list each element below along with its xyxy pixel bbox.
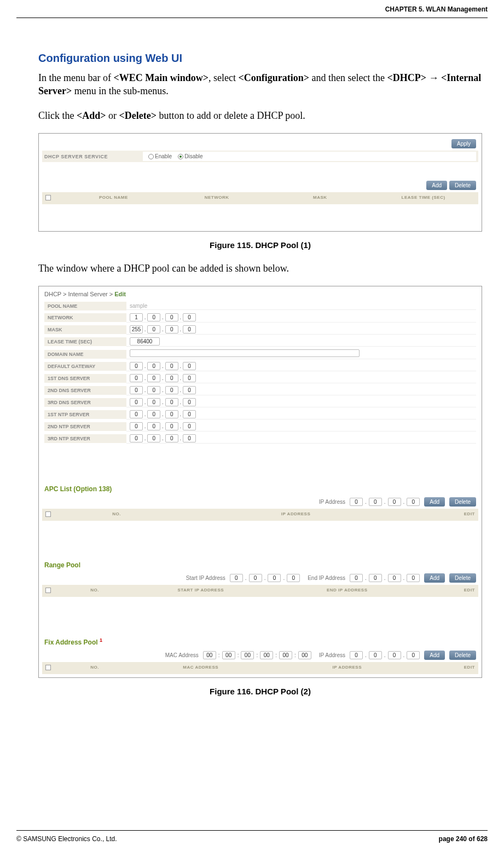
ip-octet[interactable]: 0 — [130, 374, 143, 382]
text-bold: <WEC Main window> — [113, 72, 208, 83]
breadcrumb: DHCP > Internal Server > Edit — [42, 290, 478, 301]
header-rule — [16, 18, 488, 18]
mac-octet[interactable]: 00 — [222, 651, 235, 659]
ip-octet[interactable]: 0 — [407, 651, 420, 659]
ip-octet[interactable]: 0 — [147, 434, 160, 442]
ip-octet[interactable]: 0 — [230, 574, 243, 582]
ip-octet[interactable]: 0 — [369, 574, 382, 582]
dhcp-service-label: DHCP SERVER SERVICE — [44, 154, 143, 159]
range-add-button[interactable]: Add — [424, 573, 445, 583]
ip-octet[interactable]: 0 — [165, 362, 178, 370]
ntp2-label: 2ND NTP SERVER — [44, 422, 126, 431]
ip-octet[interactable]: 0 — [147, 410, 160, 418]
ip-octet[interactable]: 0 — [183, 313, 196, 321]
checkbox-all[interactable] — [45, 511, 51, 517]
fix-delete-button[interactable]: Delete — [449, 651, 476, 660]
ip-octet[interactable]: 0 — [165, 313, 178, 321]
fix-ip-label: IP Address — [319, 652, 345, 658]
paragraph-1: In the menu bar of <WEC Main window>, se… — [38, 71, 482, 98]
add-button[interactable]: Add — [426, 181, 447, 190]
ip-octet[interactable]: 0 — [183, 434, 196, 442]
ip-octet[interactable]: 0 — [407, 574, 420, 582]
ip-octet[interactable]: 0 — [268, 574, 281, 582]
ip-octet[interactable]: 0 — [130, 386, 143, 394]
ip-octet[interactable]: 0 — [350, 651, 363, 659]
ip-octet[interactable]: 0 — [147, 422, 160, 430]
crumb-sep: > — [61, 291, 68, 297]
radio-enable[interactable] — [148, 154, 154, 159]
lease-input[interactable]: 86400 — [130, 337, 160, 346]
ip-octet[interactable]: 0 — [165, 325, 178, 333]
domain-input[interactable] — [130, 349, 360, 357]
ip-octet[interactable]: 0 — [165, 398, 178, 406]
apc-add-button[interactable]: Add — [424, 497, 445, 507]
ip-octet[interactable]: 1 — [130, 313, 143, 321]
ip-octet[interactable]: 0 — [369, 498, 382, 506]
ip-octet[interactable]: 255 — [130, 325, 143, 333]
ip-octet[interactable]: 0 — [183, 325, 196, 333]
th: LEASE TIME (SEC) — [372, 195, 475, 202]
ip-octet[interactable]: 0 — [165, 422, 178, 430]
ip-octet[interactable]: 0 — [183, 362, 196, 370]
radio-disable-label: Disable — [184, 153, 202, 159]
footer-page-number: page 240 of 628 — [439, 835, 488, 843]
ip-octet[interactable]: 0 — [165, 374, 178, 382]
th: EDIT — [420, 588, 475, 594]
apply-button[interactable]: Apply — [451, 139, 476, 148]
mac-octet[interactable]: 00 — [203, 651, 216, 659]
ip-octet[interactable]: 0 — [147, 362, 160, 370]
ip-octet[interactable]: 0 — [147, 325, 160, 333]
mac-octet[interactable]: 00 — [241, 651, 254, 659]
ip-octet[interactable]: 0 — [350, 574, 363, 582]
ip-octet[interactable]: 0 — [130, 362, 143, 370]
ip-octet[interactable]: 0 — [183, 398, 196, 406]
th: EDIT — [420, 665, 475, 671]
ip-octet[interactable]: 0 — [350, 498, 363, 506]
th: NETWORK — [165, 195, 269, 202]
mac-octet[interactable]: 00 — [260, 651, 273, 659]
lease-label: LEASE TIME (SEC) — [44, 337, 126, 346]
ip-octet[interactable]: 0 — [183, 386, 196, 394]
ip-octet[interactable]: 0 — [407, 498, 420, 506]
paragraph-2: Click the <Add> or <Delete> button to ad… — [38, 109, 482, 122]
ip-octet[interactable]: 0 — [183, 410, 196, 418]
text: menu in the sub-menus. — [72, 85, 168, 96]
checkbox-all[interactable] — [45, 195, 51, 200]
apc-delete-button[interactable]: Delete — [449, 497, 476, 507]
fix-title-text: Fix Address Pool — [44, 639, 98, 646]
ip-octet[interactable]: 0 — [147, 313, 160, 321]
th: EDIT — [420, 511, 475, 518]
checkbox-all[interactable] — [45, 588, 51, 593]
delete-button[interactable]: Delete — [449, 181, 476, 190]
radio-disable[interactable] — [178, 154, 183, 159]
ip-octet[interactable]: 0 — [165, 410, 178, 418]
ip-octet[interactable]: 0 — [388, 651, 401, 659]
crumb-current: Edit — [114, 291, 126, 297]
ip-octet[interactable]: 0 — [147, 374, 160, 382]
th: END IP ADDRESS — [274, 588, 421, 594]
ip-octet[interactable]: 0 — [388, 574, 401, 582]
ip-octet[interactable]: 0 — [249, 574, 262, 582]
ip-octet[interactable]: 0 — [130, 398, 143, 406]
ip-octet[interactable]: 0 — [369, 651, 382, 659]
ip-octet[interactable]: 0 — [165, 434, 178, 442]
fix-title-sup: 1 — [100, 637, 102, 643]
th: NO. — [62, 588, 128, 594]
ip-octet[interactable]: 0 — [130, 422, 143, 430]
mac-octet[interactable]: 00 — [279, 651, 292, 659]
range-delete-button[interactable]: Delete — [449, 573, 476, 583]
checkbox-all[interactable] — [45, 665, 51, 670]
ip-octet[interactable]: 0 — [130, 410, 143, 418]
th: NO. — [62, 511, 171, 518]
ip-octet[interactable]: 0 — [165, 386, 178, 394]
ip-octet[interactable]: 0 — [147, 386, 160, 394]
ip-octet[interactable]: 0 — [287, 574, 300, 582]
ip-octet[interactable]: 0 — [388, 498, 401, 506]
ip-octet[interactable]: 0 — [183, 374, 196, 382]
ip-octet[interactable]: 0 — [130, 434, 143, 442]
ip-octet[interactable]: 0 — [147, 398, 160, 406]
mac-octet[interactable]: 00 — [298, 651, 311, 659]
footer-rule — [16, 830, 488, 831]
fix-add-button[interactable]: Add — [424, 651, 445, 660]
ip-octet[interactable]: 0 — [183, 422, 196, 430]
